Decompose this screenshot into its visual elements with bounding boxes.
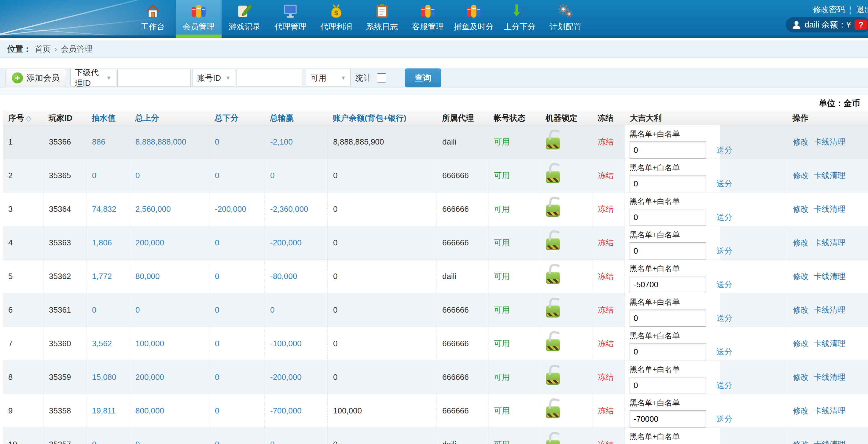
modify-link[interactable]: 修改 (793, 339, 809, 348)
score-amount-input[interactable] (630, 377, 706, 394)
clear-line-link[interactable]: 卡线清理 (814, 339, 845, 348)
clear-line-link[interactable]: 卡线清理 (814, 272, 845, 281)
modify-link[interactable]: 修改 (793, 373, 809, 382)
col-header-total-up[interactable]: 总上分 (130, 110, 209, 125)
freeze-link[interactable]: 冻结 (598, 238, 614, 247)
account-id-input[interactable] (237, 69, 302, 87)
freeze-link[interactable]: 冻结 (598, 204, 614, 214)
freeze-link[interactable]: 冻结 (598, 373, 614, 382)
freeze-link[interactable]: 冻结 (598, 305, 614, 314)
send-score-link[interactable]: 送分 (716, 145, 732, 156)
col-header-index[interactable]: 序号◇ (3, 110, 43, 125)
modify-link[interactable]: 修改 (793, 406, 809, 415)
nav-item-agent-manage[interactable]: 代理管理 (268, 0, 313, 38)
score-amount-input[interactable] (630, 310, 706, 327)
score-amount-input[interactable] (630, 410, 706, 427)
score-amount-input[interactable] (630, 141, 706, 159)
clear-line-link[interactable]: 卡线清理 (814, 171, 845, 180)
blacklist-whitelist-label: 黑名单+白名单 (630, 330, 787, 341)
unlock-icon[interactable] (546, 137, 560, 150)
send-score-link[interactable]: 送分 (716, 179, 732, 189)
logout-link[interactable]: 退出 (857, 4, 868, 15)
nav-item-game-records[interactable]: 游戏记录 (222, 0, 268, 38)
modify-link[interactable]: 修改 (793, 305, 809, 314)
account-id-select[interactable]: 账号ID ▼ (192, 69, 235, 87)
clear-line-link[interactable]: 卡线清理 (814, 440, 845, 444)
stats-checkbox[interactable] (377, 73, 386, 83)
col-header-total-down[interactable]: 总下分 (209, 110, 265, 125)
sort-icon[interactable]: ◇ (26, 115, 31, 122)
nav-item-score-transfer[interactable]: 上分下分 (497, 0, 542, 38)
nav-item-customer-service[interactable]: 客服管理 (405, 0, 451, 38)
clear-line-link[interactable]: 卡线清理 (814, 406, 845, 415)
col-header-pump[interactable]: 抽水值 (86, 110, 130, 125)
cell-player-id: 35362 (43, 260, 86, 293)
col-header-balance[interactable]: 账户余额(背包+银行) (327, 110, 436, 125)
score-amount-input[interactable] (630, 242, 706, 259)
top-navigation-bar: 工作台会员管理游戏记录代理管理$代理利润系统日志客服管理捕鱼及时分上分下分计划配… (0, 0, 868, 38)
nav-item-agent-profit[interactable]: $代理利润 (313, 0, 359, 38)
unlock-icon[interactable] (546, 238, 560, 250)
score-amount-input[interactable] (630, 276, 706, 293)
freeze-link[interactable]: 冻结 (598, 440, 614, 444)
cell-freeze: 冻结 (592, 226, 624, 260)
sub-agent-id-select[interactable]: 下级代理ID ▼ (70, 69, 116, 87)
freeze-link[interactable]: 冻结 (598, 171, 614, 180)
col-header-player-id: 玩家ID (43, 110, 86, 125)
unlock-icon[interactable] (546, 440, 560, 444)
cell-total-down: 0 (209, 327, 265, 360)
modify-link[interactable]: 修改 (793, 440, 809, 444)
unlock-icon[interactable] (546, 373, 560, 385)
modify-link[interactable]: 修改 (793, 238, 809, 247)
clear-line-link[interactable]: 卡线清理 (814, 373, 845, 382)
freeze-link[interactable]: 冻结 (598, 272, 614, 281)
send-score-link[interactable]: 送分 (716, 347, 732, 357)
col-header-daji: 大吉大利 (624, 110, 787, 125)
unlock-icon[interactable] (546, 171, 560, 183)
cell-total-down: 0 (209, 260, 265, 293)
nav-item-label: 会员管理 (176, 21, 222, 32)
col-header-winloss[interactable]: 总输赢 (265, 110, 327, 125)
nav-item-system-log[interactable]: 系统日志 (359, 0, 405, 38)
modify-link[interactable]: 修改 (793, 137, 809, 146)
send-score-link[interactable]: 送分 (716, 212, 732, 223)
freeze-link[interactable]: 冻结 (598, 339, 614, 348)
search-button[interactable]: 查询 (405, 68, 441, 87)
send-score-link[interactable]: 送分 (716, 279, 732, 290)
freeze-link[interactable]: 冻结 (598, 137, 614, 146)
sub-agent-id-input[interactable] (117, 69, 191, 87)
clear-line-link[interactable]: 卡线清理 (814, 137, 845, 146)
breadcrumb-current[interactable]: 会员管理 (61, 44, 93, 54)
add-member-button[interactable]: + 添加会员 (5, 69, 66, 87)
nav-item-members[interactable]: 会员管理 (176, 0, 222, 38)
unlock-icon[interactable] (546, 204, 560, 217)
modify-link[interactable]: 修改 (793, 272, 809, 281)
clear-line-link[interactable]: 卡线清理 (814, 204, 845, 214)
cell-player-id: 35357 (43, 428, 86, 444)
send-score-link[interactable]: 送分 (716, 414, 732, 424)
send-score-link[interactable]: 送分 (716, 246, 732, 256)
status-select[interactable]: 可用 ▼ (306, 69, 350, 87)
balance-badge[interactable]: ? (855, 20, 867, 30)
unlock-icon[interactable] (546, 339, 560, 351)
breadcrumb-home-link[interactable]: 首页 (35, 44, 51, 54)
freeze-link[interactable]: 冻结 (598, 406, 614, 415)
cell-operations: 修改卡线清理 (787, 394, 868, 428)
unlock-icon[interactable] (546, 305, 560, 317)
cell-index: 5 (3, 260, 43, 293)
nav-item-fishing[interactable]: 捕鱼及时分 (451, 0, 497, 38)
score-amount-input[interactable] (630, 175, 706, 192)
change-password-link[interactable]: 修改密码 (813, 4, 845, 15)
clear-line-link[interactable]: 卡线清理 (814, 305, 845, 314)
modify-link[interactable]: 修改 (793, 204, 809, 214)
send-score-link[interactable]: 送分 (716, 380, 732, 391)
send-score-link[interactable]: 送分 (716, 313, 732, 324)
modify-link[interactable]: 修改 (793, 171, 809, 180)
unlock-icon[interactable] (546, 406, 560, 418)
score-amount-input[interactable] (630, 343, 706, 360)
nav-item-plan-config[interactable]: 计划配置 (542, 0, 588, 38)
score-amount-input[interactable] (630, 209, 706, 226)
unlock-icon[interactable] (546, 272, 560, 284)
clear-line-link[interactable]: 卡线清理 (814, 238, 845, 247)
nav-item-home[interactable]: 工作台 (130, 0, 176, 38)
